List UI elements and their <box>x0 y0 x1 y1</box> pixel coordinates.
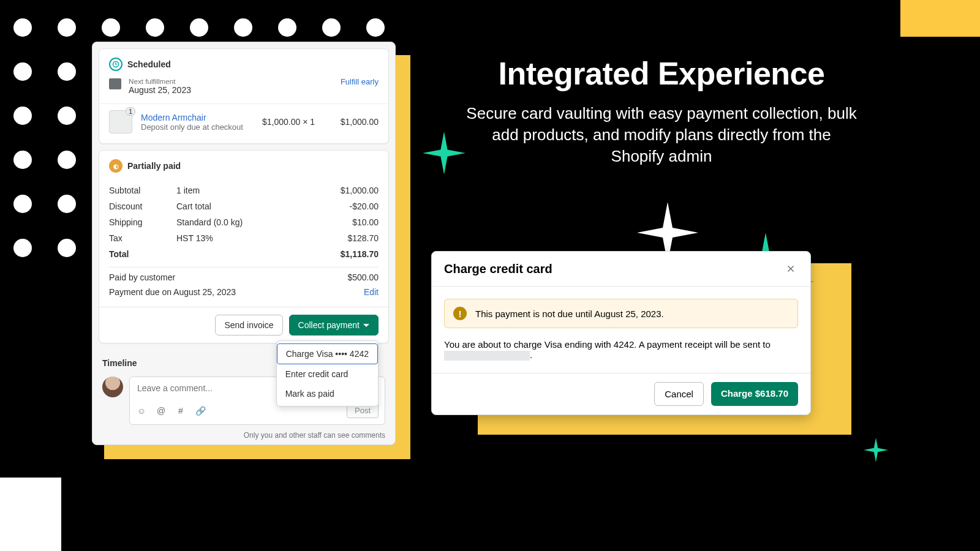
product-thumbnail: 1 <box>109 110 132 133</box>
close-icon[interactable] <box>783 261 798 276</box>
accent-rect-top-right <box>900 0 980 37</box>
next-fulfillment-label: Next fulfillment <box>129 77 191 85</box>
headline: Integrated Experience <box>466 55 858 92</box>
headline-block: Integrated Experience Secure card vaulti… <box>466 55 858 167</box>
accent-rect-bottom-left <box>0 478 61 551</box>
product-name-link[interactable]: Modern Armchair <box>141 113 206 122</box>
sparkle-icon <box>864 438 888 462</box>
product-note: Deposit only due at checkout <box>141 122 243 132</box>
send-invoice-button[interactable]: Send invoice <box>215 315 282 335</box>
discount-label: Discount <box>109 201 176 211</box>
partially-paid-icon: ◐ <box>109 159 123 173</box>
payment-status-title: Partially paid <box>127 161 181 171</box>
payment-due-label: Payment due on August 25, 2023 <box>109 287 236 297</box>
dialog-body-text: You are about to charge Visa ending with… <box>444 339 798 361</box>
emoji-icon[interactable]: ☺ <box>136 405 147 416</box>
chevron-down-icon <box>363 324 369 327</box>
payment-section: ◐ Partially paid Subtotal1 item$1,000.00… <box>99 150 389 343</box>
fulfill-early-link[interactable]: Fulfill early <box>341 77 379 86</box>
shipping-amount: $10.00 <box>317 217 379 227</box>
discount-amount: -$20.00 <box>317 201 379 211</box>
tax-desc: HST 13% <box>176 233 317 243</box>
line-total: $1,000.00 <box>323 117 379 127</box>
paid-label: Paid by customer <box>109 272 175 282</box>
redacted-email <box>444 351 530 361</box>
charge-button[interactable]: Charge $618.70 <box>711 382 798 406</box>
line-unit-price: $1,000.00 × 1 <box>262 117 315 127</box>
payment-actions: Send invoice Collect payment Charge Visa… <box>99 307 388 343</box>
paid-amount: $500.00 <box>347 272 379 282</box>
dialog-title: Charge credit card <box>444 262 552 276</box>
dropdown-enter-credit-card[interactable]: Enter credit card <box>277 364 378 384</box>
sparkle-icon <box>423 132 466 174</box>
cancel-button[interactable]: Cancel <box>654 382 704 406</box>
collect-payment-label: Collect payment <box>298 320 360 330</box>
subheadline: Secure card vaulting with easy payment c… <box>466 103 858 167</box>
collect-payment-button[interactable]: Collect payment <box>289 315 379 335</box>
mention-icon[interactable]: @ <box>156 405 167 416</box>
edit-due-link[interactable]: Edit <box>364 287 379 297</box>
scheduled-title: Scheduled <box>127 59 171 69</box>
subtotal-amount: $1,000.00 <box>317 186 379 195</box>
scheduled-section: Scheduled Next fulfillment August 25, 20… <box>99 48 389 144</box>
comments-visibility-note: Only you and other staff can see comment… <box>92 429 395 444</box>
hashtag-icon[interactable]: # <box>175 405 186 416</box>
shipping-label: Shipping <box>109 217 176 227</box>
qty-badge: 1 <box>126 107 135 116</box>
calendar-icon <box>109 78 121 89</box>
total-label: Total <box>109 249 176 259</box>
collect-payment-dropdown: Charge Visa •••• 4242 Enter credit card … <box>276 340 379 407</box>
avatar <box>102 377 123 397</box>
banner-text: This payment is not due until August 25,… <box>475 309 664 319</box>
total-amount: $1,118.70 <box>317 249 379 259</box>
warning-banner: ! This payment is not due until August 2… <box>444 299 798 328</box>
subtotal-desc: 1 item <box>176 186 317 195</box>
dropdown-mark-as-paid[interactable]: Mark as paid <box>277 384 378 403</box>
admin-order-panel: Scheduled Next fulfillment August 25, 20… <box>92 42 396 445</box>
tax-label: Tax <box>109 233 176 243</box>
dropdown-charge-visa[interactable]: Charge Visa •••• 4242 <box>277 343 378 364</box>
subtotal-label: Subtotal <box>109 186 176 195</box>
discount-desc: Cart total <box>176 201 317 211</box>
attachment-icon[interactable]: 🔗 <box>195 405 206 416</box>
warning-icon: ! <box>453 307 467 320</box>
tax-amount: $128.70 <box>317 233 379 243</box>
charge-card-dialog: Charge credit card ! This payment is not… <box>431 251 811 415</box>
financial-table: Subtotal1 item$1,000.00 DiscountCart tot… <box>99 179 388 307</box>
shipping-desc: Standard (0.0 kg) <box>176 217 317 227</box>
clock-icon <box>109 58 123 71</box>
next-fulfillment-date: August 25, 2023 <box>129 85 191 95</box>
